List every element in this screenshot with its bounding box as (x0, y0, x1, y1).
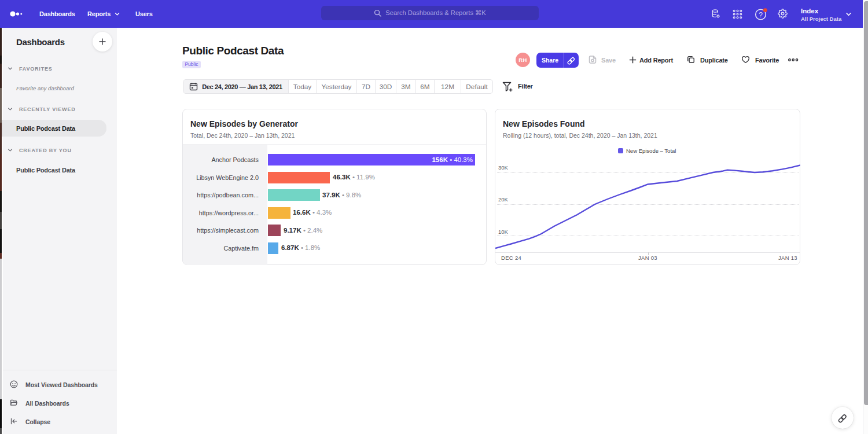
svg-text:?: ? (759, 11, 763, 19)
